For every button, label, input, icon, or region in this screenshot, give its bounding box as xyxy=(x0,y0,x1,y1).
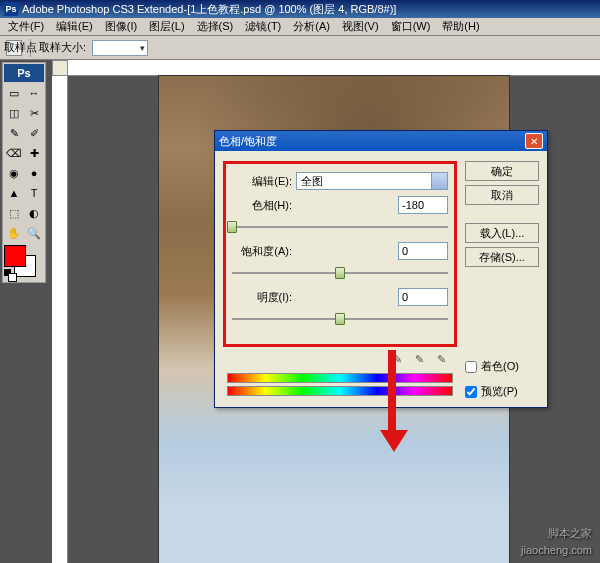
menubar: 文件(F) 编辑(E) 图像(I) 图层(L) 选择(S) 滤镜(T) 分析(A… xyxy=(0,18,600,36)
sample-size-label: 取样大小: xyxy=(39,40,86,55)
healing-tool[interactable]: ✚ xyxy=(24,143,44,163)
menu-window[interactable]: 窗口(W) xyxy=(385,18,437,35)
ruler-corner xyxy=(52,60,68,76)
saturation-input[interactable] xyxy=(398,242,448,260)
hue-label: 色相(H): xyxy=(232,198,292,213)
brush-tool[interactable]: ✐ xyxy=(24,123,44,143)
preview-label: 预览(P) xyxy=(481,384,518,399)
colorize-checkbox[interactable] xyxy=(465,361,477,373)
foreground-color-swatch[interactable] xyxy=(4,245,26,267)
clone-tool[interactable]: ◉ xyxy=(4,163,24,183)
edit-combo-value: 全图 xyxy=(301,174,323,189)
lasso-tool[interactable]: ◫ xyxy=(4,103,24,123)
load-button[interactable]: 载入(L)... xyxy=(465,223,539,243)
color-swatches[interactable] xyxy=(4,245,44,281)
menu-layer[interactable]: 图层(L) xyxy=(143,18,190,35)
saturation-slider-thumb[interactable] xyxy=(335,267,345,279)
dodge-tool[interactable]: ◐ xyxy=(24,203,44,223)
menu-help[interactable]: 帮助(H) xyxy=(436,18,485,35)
marquee-tool[interactable]: ↔ xyxy=(24,83,44,103)
options-bar: 取样大小: 取样点 xyxy=(0,36,600,60)
shape-tool[interactable]: ⬚ xyxy=(4,203,24,223)
menu-select[interactable]: 选择(S) xyxy=(191,18,240,35)
crop-tool[interactable]: ✂ xyxy=(24,103,44,123)
edit-label: 编辑(E): xyxy=(232,174,292,189)
pen-tool[interactable]: ▲ xyxy=(4,183,24,203)
default-colors-icon[interactable] xyxy=(4,269,16,281)
eraser-tool[interactable]: ⌫ xyxy=(4,143,24,163)
ruler-horizontal xyxy=(68,60,600,76)
menu-view[interactable]: 视图(V) xyxy=(336,18,385,35)
menu-file[interactable]: 文件(F) xyxy=(2,18,50,35)
eyedropper-icon[interactable]: ✎ xyxy=(393,353,409,369)
lightness-label: 明度(I): xyxy=(232,290,292,305)
preview-checkbox-row[interactable]: 预览(P) xyxy=(465,384,539,399)
zoom-tool[interactable]: 🔍 xyxy=(24,223,44,243)
document-title: [1上色教程.psd @ 100% (图层 4, RGB/8#)] xyxy=(187,2,396,17)
lightness-slider[interactable] xyxy=(232,312,448,326)
watermark-sub: jiaocheng.com xyxy=(521,543,592,557)
eyedropper-plus-icon[interactable]: ✎ xyxy=(415,353,431,369)
menu-edit[interactable]: 编辑(E) xyxy=(50,18,99,35)
app-icon: Ps xyxy=(4,2,18,16)
hue-saturation-dialog: 色相/饱和度 ✕ 编辑(E): 全图 色相(H): xyxy=(214,130,548,408)
ruler-vertical xyxy=(52,76,68,563)
move-tool[interactable]: ▭ xyxy=(4,83,24,103)
highlight-box: 编辑(E): 全图 色相(H): 饱和度(A): xyxy=(223,161,457,347)
chevron-down-icon xyxy=(435,178,443,186)
watermark-main: 脚本之家 xyxy=(548,527,592,539)
type-tool[interactable]: T xyxy=(24,183,44,203)
hand-tool[interactable]: ✋ xyxy=(4,223,24,243)
app-titlebar: Ps Adobe Photoshop CS3 Extended - [1上色教程… xyxy=(0,0,600,18)
ok-button[interactable]: 确定 xyxy=(465,161,539,181)
watermark: 脚本之家 jiaocheng.com xyxy=(521,522,592,557)
dialog-title-text: 色相/饱和度 xyxy=(219,134,277,149)
lightness-slider-thumb[interactable] xyxy=(335,313,345,325)
edit-combo[interactable]: 全图 xyxy=(296,172,448,190)
menu-filter[interactable]: 滤镜(T) xyxy=(239,18,287,35)
spectrum-bottom xyxy=(227,386,453,396)
hue-input[interactable] xyxy=(398,196,448,214)
spectrum-top xyxy=(227,373,453,383)
menu-image[interactable]: 图像(I) xyxy=(99,18,143,35)
lightness-input[interactable] xyxy=(398,288,448,306)
sample-size-combo[interactable]: 取样点 xyxy=(92,40,148,56)
toolbox: Ps ▭ ↔ ◫ ✂ ✎ ✐ ⌫ ✚ ◉ ● ▲ T ⬚ ◐ ✋ 🔍 xyxy=(2,62,46,283)
menu-analysis[interactable]: 分析(A) xyxy=(287,18,336,35)
gradient-tool[interactable]: ● xyxy=(24,163,44,183)
saturation-label: 饱和度(A): xyxy=(232,244,292,259)
hue-slider[interactable] xyxy=(232,220,448,234)
saturation-slider[interactable] xyxy=(232,266,448,280)
eyedropper-tool[interactable]: ✎ xyxy=(4,123,24,143)
colorize-label: 着色(O) xyxy=(481,359,519,374)
hue-slider-thumb[interactable] xyxy=(227,221,237,233)
dialog-titlebar[interactable]: 色相/饱和度 ✕ xyxy=(215,131,547,151)
app-title: Adobe Photoshop CS3 Extended xyxy=(22,3,183,15)
eyedropper-group: ✎ ✎ ✎ xyxy=(223,353,457,369)
eyedropper-minus-icon[interactable]: ✎ xyxy=(437,353,453,369)
sample-size-value: 取样点 xyxy=(4,40,37,55)
ps-badge: Ps xyxy=(4,64,44,82)
close-icon[interactable]: ✕ xyxy=(525,133,543,149)
save-button[interactable]: 存储(S)... xyxy=(465,247,539,267)
colorize-checkbox-row[interactable]: 着色(O) xyxy=(465,359,539,374)
cancel-button[interactable]: 取消 xyxy=(465,185,539,205)
preview-checkbox[interactable] xyxy=(465,386,477,398)
